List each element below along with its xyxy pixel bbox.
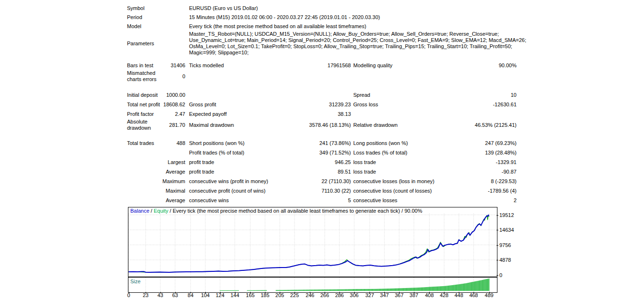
size-bar	[327, 289, 328, 291]
size-bar	[338, 289, 338, 291]
report-value: 8 (-229.53)	[451, 178, 517, 185]
strategy-tester-report-page: SymbolEURUSD (Euro vs US Dollar)Period15…	[0, 0, 644, 299]
size-bar	[367, 289, 367, 291]
size-bar	[348, 289, 348, 291]
legend-model-text: Every tick (the most precise method base…	[173, 208, 422, 214]
report-label: Maximal drawdown	[189, 122, 285, 128]
size-bar	[450, 286, 450, 291]
size-bar	[436, 287, 437, 291]
report-value: 349 (71.52%)	[285, 150, 351, 156]
y-axis-tick-label: 19512	[499, 213, 520, 218]
x-axis-tick-mark	[160, 292, 161, 293]
size-bar	[380, 289, 380, 291]
y-axis-tick-label: 9756	[499, 243, 520, 248]
size-bar	[398, 288, 399, 291]
size-bar	[407, 288, 408, 291]
size-bar	[318, 289, 319, 291]
size-bar	[324, 289, 324, 291]
size-bar	[296, 290, 296, 291]
report-label: consecutive wins	[189, 197, 285, 204]
size-bar	[388, 289, 388, 291]
size-bar	[229, 290, 229, 291]
size-bar	[318, 289, 318, 291]
size-bar	[402, 288, 402, 291]
size-bar	[264, 290, 264, 291]
size-bar	[255, 290, 256, 291]
size-bar	[357, 289, 358, 291]
size-bar	[397, 289, 397, 291]
size-bar	[284, 290, 285, 291]
size-bar	[463, 284, 464, 291]
report-value: Maximum	[160, 178, 185, 185]
balance-chart-panel: Balance / Equity / Every tick (the most …	[128, 207, 497, 277]
size-bar	[248, 290, 248, 291]
size-bar	[413, 288, 413, 291]
size-bar	[390, 289, 390, 291]
x-axis-tick-label: 428	[436, 293, 452, 298]
x-axis-tick-label: 387	[406, 293, 422, 298]
size-bar	[443, 286, 443, 291]
size-bar	[325, 289, 326, 291]
y-axis-tick-mark	[496, 215, 498, 216]
x-axis-tick-mark	[190, 292, 191, 293]
size-bar	[449, 286, 450, 291]
report-value: 31406	[160, 62, 185, 69]
report-label: Symbol	[127, 5, 160, 11]
size-bar	[261, 290, 262, 291]
size-bar	[440, 286, 441, 291]
parameters-line: OsMa_Level=0; Lot_Size=0.1; TakeProfit=0…	[189, 43, 517, 50]
report-label: Profit trades (% of total)	[189, 150, 285, 156]
size-bar	[249, 290, 250, 291]
size-bar	[455, 285, 456, 291]
balance-equity-chart	[128, 207, 496, 276]
size-bar	[355, 289, 356, 291]
report-value: 0	[160, 73, 185, 80]
size-bar	[308, 289, 309, 291]
report-value: 38.13	[285, 111, 351, 117]
report-label: Parameters	[127, 41, 160, 47]
size-bar	[352, 289, 353, 291]
size-bar	[301, 290, 301, 291]
size-bar	[329, 289, 330, 291]
report-label: Long positions (won %)	[353, 140, 451, 146]
size-bar	[237, 290, 238, 291]
size-bar	[422, 288, 422, 291]
size-bar	[279, 290, 279, 291]
size-bar	[416, 288, 416, 291]
size-bar	[475, 281, 475, 291]
size-bar	[448, 286, 449, 291]
size-bar	[412, 288, 412, 291]
size-bar	[438, 287, 438, 291]
size-bar	[462, 284, 462, 291]
report-label: consecutive losses (loss in money)	[353, 178, 451, 185]
size-bar	[226, 290, 227, 291]
report-value: 488	[160, 140, 185, 146]
size-bar	[478, 281, 478, 291]
size-bar	[355, 289, 355, 291]
size-bar	[289, 290, 290, 291]
size-bar	[325, 289, 325, 291]
report-label: profit trade	[189, 169, 285, 175]
y-axis-tick-mark	[496, 275, 498, 276]
size-bar	[441, 286, 442, 291]
size-bar	[483, 280, 484, 291]
size-bar	[386, 289, 387, 291]
size-bar	[412, 288, 412, 291]
size-bar	[249, 290, 249, 291]
size-bar	[468, 283, 469, 291]
size-bar	[377, 289, 377, 291]
size-bar	[444, 286, 444, 291]
size-bar	[385, 289, 385, 291]
report-value: Maximal	[160, 188, 185, 194]
x-axis-tick-mark	[414, 292, 414, 293]
size-bar	[477, 281, 477, 291]
x-axis-tick-mark	[235, 292, 235, 293]
size-bar	[445, 286, 446, 291]
report-value: 3578.46 (18.13%)	[285, 122, 351, 128]
report-row: Maximalconsecutive profit (count of wins…	[127, 186, 517, 196]
x-axis-tick-label: 367	[391, 293, 407, 298]
report-label: Period	[127, 14, 160, 21]
report-value: -1789.56 (4)	[451, 188, 517, 194]
size-bar	[316, 289, 316, 291]
x-axis-tick-label: 84	[182, 293, 199, 298]
